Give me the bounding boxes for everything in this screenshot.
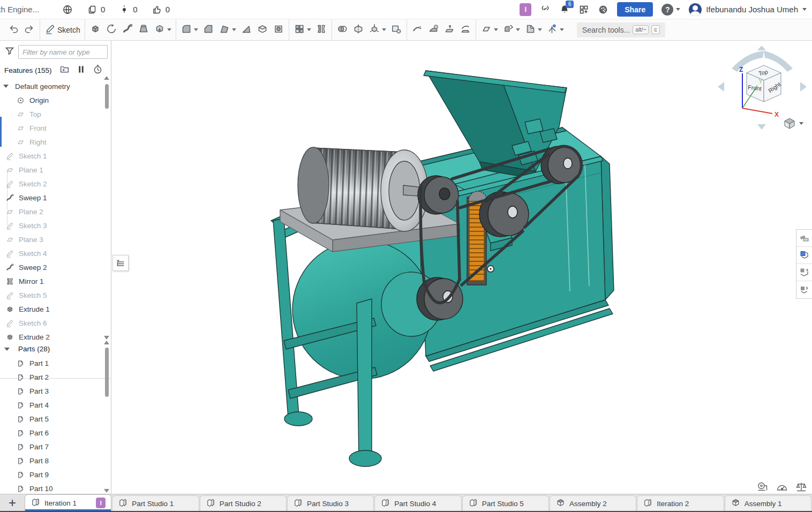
feature-sketch-1[interactable]: Sketch 1 bbox=[0, 149, 111, 163]
tab-iteration-1[interactable]: Iteration 1I bbox=[25, 494, 111, 511]
mirror-button[interactable] bbox=[313, 21, 329, 38]
plane-button[interactable] bbox=[478, 21, 500, 38]
feature-right[interactable]: Right bbox=[0, 135, 111, 149]
tab-part-studio-3[interactable]: Part Studio 3 bbox=[287, 495, 374, 511]
scroll-up-arrow-icon[interactable] bbox=[104, 76, 109, 80]
hole-button[interactable] bbox=[270, 21, 287, 38]
filter-funnel-icon[interactable] bbox=[4, 46, 15, 58]
revolve-button[interactable] bbox=[103, 21, 119, 38]
pattern-button[interactable] bbox=[291, 21, 313, 38]
features-scrollbar[interactable] bbox=[103, 76, 110, 340]
search-tools[interactable]: Search tools... alt/~ c bbox=[577, 22, 665, 37]
scroll-up-arrow-icon[interactable] bbox=[104, 341, 109, 344]
chamfer-button[interactable] bbox=[200, 21, 216, 38]
feature-plane-1[interactable]: Plane 1 bbox=[0, 163, 111, 177]
tab-part-studio-1[interactable]: Part Studio 1 bbox=[112, 495, 199, 511]
rollback-history-icon[interactable] bbox=[93, 64, 103, 76]
part-part-8[interactable]: Part 8 bbox=[0, 454, 111, 468]
theme-palette-icon[interactable] bbox=[598, 4, 608, 15]
transform-button[interactable] bbox=[366, 21, 388, 38]
part-part-3[interactable]: Part 3 bbox=[0, 384, 111, 398]
exploded-view-button[interactable] bbox=[796, 264, 812, 281]
notifications-bell[interactable]: 6 bbox=[559, 4, 570, 15]
named-views-button[interactable] bbox=[796, 281, 812, 298]
public-globe-icon[interactable] bbox=[62, 4, 73, 15]
scroll-down-arrow-icon[interactable] bbox=[104, 489, 109, 493]
feature-extrude-1[interactable]: Extrude 1 bbox=[0, 302, 111, 316]
feature-front[interactable]: Front bbox=[0, 121, 111, 135]
redo-button[interactable] bbox=[21, 21, 37, 38]
3d-model-grinding-machine[interactable] bbox=[111, 41, 812, 494]
user-menu[interactable]: Ifebunandu Joshua Umeh bbox=[689, 3, 807, 16]
undo-button[interactable] bbox=[5, 21, 21, 38]
rib-button[interactable] bbox=[238, 21, 254, 38]
sketch-button[interactable]: Sketch bbox=[42, 21, 82, 38]
graphics-viewport[interactable]: Top Front Right Z X Y bbox=[111, 41, 812, 494]
extrude-button[interactable] bbox=[87, 21, 103, 38]
tab-assembly-2[interactable]: Assembly 2 bbox=[550, 495, 636, 511]
add-tab-button[interactable]: + bbox=[0, 494, 25, 511]
dropdown-caret-icon[interactable] bbox=[307, 28, 311, 31]
feature-default-geometry[interactable]: Default geometry bbox=[0, 79, 111, 93]
shell-button[interactable] bbox=[254, 21, 270, 38]
filter-input[interactable] bbox=[18, 45, 108, 59]
feature-plane-3[interactable]: Plane 3 bbox=[0, 232, 111, 246]
part-part-5[interactable]: Part 5 bbox=[0, 412, 111, 426]
feature-plane-2[interactable]: Plane 2 bbox=[0, 205, 111, 219]
delete-part-button[interactable] bbox=[388, 21, 404, 38]
feature-list-toggle-button[interactable] bbox=[112, 255, 129, 271]
feature-sketch-6[interactable]: Sketch 6 bbox=[0, 316, 111, 330]
scroll-down-arrow-icon[interactable] bbox=[104, 336, 109, 340]
parts-scroll-thumb[interactable] bbox=[105, 348, 109, 397]
feature-sweep-1[interactable]: Sweep 1 bbox=[0, 191, 111, 205]
tab-iteration-2[interactable]: Iteration 2 bbox=[637, 495, 724, 511]
split-part-button[interactable] bbox=[522, 21, 544, 38]
part-part-9[interactable]: Part 9 bbox=[0, 468, 111, 481]
copies-stat[interactable]: 0 bbox=[87, 4, 105, 15]
tape-measure-icon[interactable] bbox=[756, 481, 769, 493]
feature-sketch-3[interactable]: Sketch 3 bbox=[0, 219, 111, 232]
model-electric-motor[interactable] bbox=[298, 147, 433, 231]
mate-connector-button[interactable] bbox=[544, 21, 566, 38]
feature-extrude-2[interactable]: Extrude 2 bbox=[0, 330, 111, 341]
apps-grid-icon[interactable] bbox=[578, 4, 589, 15]
featurescript-icon[interactable] bbox=[540, 4, 551, 15]
part-part-2[interactable]: Part 2 bbox=[0, 370, 111, 384]
feature-sketch-2[interactable]: Sketch 2 bbox=[0, 177, 111, 191]
workspace-badge[interactable]: I bbox=[520, 3, 531, 16]
help-menu[interactable]: ? bbox=[661, 4, 680, 16]
mass-properties-scale-icon[interactable] bbox=[795, 481, 808, 493]
tab-part-studio-2[interactable]: Part Studio 2 bbox=[200, 495, 287, 511]
delete-face-button[interactable] bbox=[425, 21, 441, 38]
fillet-button[interactable] bbox=[178, 21, 200, 38]
section-view-button[interactable] bbox=[796, 247, 812, 264]
suppress-pause-icon[interactable] bbox=[76, 64, 86, 76]
part-part-1[interactable]: Part 1 bbox=[0, 356, 111, 370]
dropdown-caret-icon[interactable] bbox=[232, 28, 236, 31]
parts-scrollbar[interactable] bbox=[103, 341, 110, 493]
dropdown-caret-icon[interactable] bbox=[560, 28, 564, 31]
part-part-7[interactable]: Part 7 bbox=[0, 440, 111, 454]
share-button[interactable]: Share bbox=[617, 2, 653, 17]
composite-part-button[interactable] bbox=[500, 21, 522, 38]
appearance-panel-button[interactable] bbox=[796, 230, 812, 247]
modify-fillet-button[interactable] bbox=[409, 21, 425, 38]
isometric-view-button[interactable] bbox=[783, 117, 803, 130]
tab-part-studio-4[interactable]: Part Studio 4 bbox=[374, 495, 461, 511]
tree-chevron-icon[interactable] bbox=[3, 85, 9, 88]
versions-stat[interactable]: 0 bbox=[119, 4, 137, 15]
thicken-button[interactable] bbox=[152, 21, 174, 38]
tab-part-studio-5[interactable]: Part Studio 5 bbox=[462, 495, 549, 511]
dropdown-caret-icon[interactable] bbox=[516, 28, 520, 31]
feature-origin[interactable]: Origin bbox=[0, 93, 111, 107]
dropdown-caret-icon[interactable] bbox=[494, 28, 498, 31]
feature-sweep-2[interactable]: Sweep 2 bbox=[0, 260, 111, 274]
dropdown-caret-icon[interactable] bbox=[382, 28, 386, 31]
dropdown-caret-icon[interactable] bbox=[167, 28, 171, 31]
feature-sketch-5[interactable]: Sketch 5 bbox=[0, 288, 111, 302]
feature-top[interactable]: Top bbox=[0, 107, 111, 121]
tab-assembly-1[interactable]: Assembly 1 bbox=[725, 495, 811, 511]
likes-stat[interactable]: 0 bbox=[152, 4, 170, 15]
feature-mirror-1[interactable]: Mirror 1 bbox=[0, 274, 111, 288]
split-button[interactable] bbox=[350, 21, 366, 38]
